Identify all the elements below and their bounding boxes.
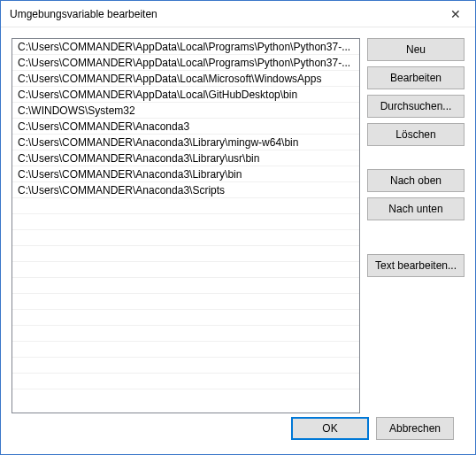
ok-button[interactable]: OK xyxy=(291,417,369,440)
list-item[interactable]: C:\Users\COMMANDER\AppData\Local\GitHubD… xyxy=(12,87,359,103)
side-button-column: Neu Bearbeiten Durchsuchen... Löschen Na… xyxy=(367,38,464,413)
list-item[interactable]: C:\WINDOWS\System32 xyxy=(12,103,359,119)
edit-button[interactable]: Bearbeiten xyxy=(367,66,464,89)
delete-button[interactable]: Löschen xyxy=(367,123,464,146)
titlebar: Umgebungsvariable bearbeiten ✕ xyxy=(1,1,475,27)
window-title: Umgebungsvariable bearbeiten xyxy=(10,8,435,20)
list-item xyxy=(12,214,359,230)
browse-button[interactable]: Durchsuchen... xyxy=(367,95,464,118)
list-item[interactable]: C:\Users\COMMANDER\Anaconda3\Library\usr… xyxy=(12,150,359,166)
close-button[interactable]: ✕ xyxy=(435,1,475,27)
move-up-button[interactable]: Nach oben xyxy=(367,169,464,192)
spacer xyxy=(367,226,464,249)
main-row: C:\Users\COMMANDER\AppData\Local\Program… xyxy=(12,38,464,413)
list-item[interactable]: C:\Users\COMMANDER\Anaconda3\Scripts xyxy=(12,182,359,198)
dialog-content: C:\Users\COMMANDER\AppData\Local\Program… xyxy=(1,27,475,454)
path-listbox[interactable]: C:\Users\COMMANDER\AppData\Local\Program… xyxy=(12,38,360,413)
list-item xyxy=(12,310,359,326)
list-item xyxy=(12,230,359,246)
list-item[interactable]: C:\Users\COMMANDER\Anaconda3\Library\bin xyxy=(12,166,359,182)
edit-text-button[interactable]: Text bearbeiten... xyxy=(367,254,464,277)
list-item xyxy=(12,342,359,358)
list-item xyxy=(12,358,359,374)
list-item[interactable]: C:\Users\COMMANDER\AppData\Local\Program… xyxy=(12,55,359,71)
new-button[interactable]: Neu xyxy=(367,38,464,61)
list-item xyxy=(12,326,359,342)
list-item xyxy=(12,262,359,278)
list-item xyxy=(12,294,359,310)
list-item xyxy=(12,246,359,262)
list-item xyxy=(12,278,359,294)
list-item[interactable]: C:\Users\COMMANDER\AppData\Local\Program… xyxy=(12,39,359,55)
spacer xyxy=(367,151,464,164)
list-item[interactable]: C:\Users\COMMANDER\Anaconda3 xyxy=(12,119,359,135)
list-item[interactable]: C:\Users\COMMANDER\Anaconda3\Library\min… xyxy=(12,135,359,150)
list-item xyxy=(12,198,359,214)
dialog-window: Umgebungsvariable bearbeiten ✕ C:\Users\… xyxy=(0,0,476,455)
dialog-footer: OK Abbrechen xyxy=(12,413,464,454)
list-item xyxy=(12,374,359,389)
move-down-button[interactable]: Nach unten xyxy=(367,197,464,220)
close-icon: ✕ xyxy=(450,7,461,21)
list-item[interactable]: C:\Users\COMMANDER\AppData\Local\Microso… xyxy=(12,71,359,87)
cancel-button[interactable]: Abbrechen xyxy=(376,417,454,440)
